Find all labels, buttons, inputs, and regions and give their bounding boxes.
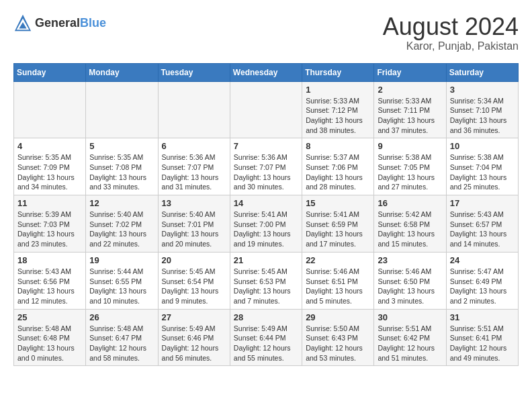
day-number: 12 bbox=[89, 198, 154, 208]
day-content: Sunrise: 5:39 AM Sunset: 7:03 PM Dayligh… bbox=[17, 210, 82, 249]
calendar-cell: 4Sunrise: 5:35 AM Sunset: 7:09 PM Daylig… bbox=[14, 138, 86, 195]
calendar-cell: 7Sunrise: 5:36 AM Sunset: 7:07 PM Daylig… bbox=[230, 138, 302, 195]
day-content: Sunrise: 5:51 AM Sunset: 6:41 PM Dayligh… bbox=[450, 324, 515, 363]
header-sunday: Sunday bbox=[14, 63, 86, 81]
logo-icon bbox=[13, 13, 32, 32]
day-content: Sunrise: 5:42 AM Sunset: 6:58 PM Dayligh… bbox=[378, 210, 442, 249]
day-number: 2 bbox=[378, 85, 442, 95]
week-row-1: 1Sunrise: 5:33 AM Sunset: 7:12 PM Daylig… bbox=[14, 81, 519, 138]
day-content: Sunrise: 5:43 AM Sunset: 6:57 PM Dayligh… bbox=[450, 210, 515, 249]
day-content: Sunrise: 5:46 AM Sunset: 6:50 PM Dayligh… bbox=[378, 267, 442, 306]
day-content: Sunrise: 5:41 AM Sunset: 7:00 PM Dayligh… bbox=[234, 210, 298, 249]
day-number: 21 bbox=[234, 255, 298, 265]
calendar-cell: 3Sunrise: 5:34 AM Sunset: 7:10 PM Daylig… bbox=[446, 81, 518, 138]
day-content: Sunrise: 5:33 AM Sunset: 7:11 PM Dayligh… bbox=[378, 96, 442, 136]
day-content: Sunrise: 5:48 AM Sunset: 6:47 PM Dayligh… bbox=[89, 324, 154, 363]
calendar-cell: 27Sunrise: 5:49 AM Sunset: 6:46 PM Dayli… bbox=[158, 309, 230, 366]
calendar-cell: 24Sunrise: 5:47 AM Sunset: 6:49 PM Dayli… bbox=[446, 252, 518, 309]
calendar-cell bbox=[230, 81, 302, 138]
day-number: 13 bbox=[162, 198, 226, 208]
calendar-cell: 15Sunrise: 5:41 AM Sunset: 6:59 PM Dayli… bbox=[302, 195, 374, 253]
day-content: Sunrise: 5:49 AM Sunset: 6:46 PM Dayligh… bbox=[162, 324, 226, 363]
day-content: Sunrise: 5:47 AM Sunset: 6:49 PM Dayligh… bbox=[450, 267, 515, 306]
calendar-cell: 19Sunrise: 5:44 AM Sunset: 6:55 PM Dayli… bbox=[86, 252, 158, 309]
day-number: 19 bbox=[89, 255, 154, 265]
day-number: 22 bbox=[306, 255, 370, 265]
header-friday: Friday bbox=[374, 63, 446, 81]
day-number: 24 bbox=[450, 255, 515, 265]
day-content: Sunrise: 5:40 AM Sunset: 7:02 PM Dayligh… bbox=[89, 210, 154, 249]
calendar-cell: 11Sunrise: 5:39 AM Sunset: 7:03 PM Dayli… bbox=[14, 195, 86, 253]
day-content: Sunrise: 5:50 AM Sunset: 6:43 PM Dayligh… bbox=[306, 324, 370, 363]
day-number: 25 bbox=[17, 312, 82, 322]
day-number: 29 bbox=[306, 312, 370, 322]
day-content: Sunrise: 5:35 AM Sunset: 7:08 PM Dayligh… bbox=[89, 152, 154, 192]
calendar-cell: 28Sunrise: 5:49 AM Sunset: 6:44 PM Dayli… bbox=[230, 309, 302, 366]
day-number: 6 bbox=[162, 141, 226, 151]
calendar-cell: 26Sunrise: 5:48 AM Sunset: 6:47 PM Dayli… bbox=[86, 309, 158, 366]
day-number: 5 bbox=[89, 141, 154, 151]
calendar-cell: 14Sunrise: 5:41 AM Sunset: 7:00 PM Dayli… bbox=[230, 195, 302, 253]
header-monday: Monday bbox=[86, 63, 158, 81]
calendar-cell bbox=[158, 81, 230, 138]
day-number: 14 bbox=[234, 198, 298, 208]
calendar-cell: 29Sunrise: 5:50 AM Sunset: 6:43 PM Dayli… bbox=[302, 309, 374, 366]
day-number: 3 bbox=[450, 85, 515, 95]
header-wednesday: Wednesday bbox=[230, 63, 302, 81]
day-number: 9 bbox=[378, 141, 442, 151]
page-header: GeneralBlue August 2024 Karor, Punjab, P… bbox=[13, 13, 519, 52]
day-content: Sunrise: 5:36 AM Sunset: 7:07 PM Dayligh… bbox=[162, 152, 226, 192]
day-content: Sunrise: 5:38 AM Sunset: 7:05 PM Dayligh… bbox=[378, 152, 442, 192]
calendar-cell: 31Sunrise: 5:51 AM Sunset: 6:41 PM Dayli… bbox=[446, 309, 518, 366]
day-content: Sunrise: 5:41 AM Sunset: 6:59 PM Dayligh… bbox=[306, 210, 370, 249]
day-content: Sunrise: 5:46 AM Sunset: 6:51 PM Dayligh… bbox=[306, 267, 370, 306]
day-number: 30 bbox=[378, 312, 442, 322]
day-content: Sunrise: 5:51 AM Sunset: 6:42 PM Dayligh… bbox=[378, 324, 442, 363]
header-thursday: Thursday bbox=[302, 63, 374, 81]
day-number: 28 bbox=[234, 312, 298, 322]
logo-general: General bbox=[35, 16, 80, 30]
week-row-4: 18Sunrise: 5:43 AM Sunset: 6:56 PM Dayli… bbox=[14, 252, 519, 309]
calendar-cell: 17Sunrise: 5:43 AM Sunset: 6:57 PM Dayli… bbox=[446, 195, 518, 253]
day-number: 17 bbox=[450, 198, 515, 208]
day-content: Sunrise: 5:33 AM Sunset: 7:12 PM Dayligh… bbox=[306, 96, 370, 136]
calendar-cell: 5Sunrise: 5:35 AM Sunset: 7:08 PM Daylig… bbox=[86, 138, 158, 195]
day-number: 16 bbox=[378, 198, 442, 208]
day-number: 10 bbox=[450, 141, 515, 151]
day-content: Sunrise: 5:44 AM Sunset: 6:55 PM Dayligh… bbox=[89, 267, 154, 306]
calendar-subtitle: Karor, Punjab, Pakistan bbox=[383, 40, 519, 52]
calendar-table: SundayMondayTuesdayWednesdayThursdayFrid… bbox=[13, 63, 519, 367]
week-row-2: 4Sunrise: 5:35 AM Sunset: 7:09 PM Daylig… bbox=[14, 138, 519, 195]
day-content: Sunrise: 5:48 AM Sunset: 6:48 PM Dayligh… bbox=[17, 324, 82, 363]
day-content: Sunrise: 5:36 AM Sunset: 7:07 PM Dayligh… bbox=[234, 152, 298, 192]
calendar-cell: 13Sunrise: 5:40 AM Sunset: 7:01 PM Dayli… bbox=[158, 195, 230, 253]
day-content: Sunrise: 5:45 AM Sunset: 6:53 PM Dayligh… bbox=[234, 267, 298, 306]
calendar-cell: 18Sunrise: 5:43 AM Sunset: 6:56 PM Dayli… bbox=[14, 252, 86, 309]
calendar-cell: 23Sunrise: 5:46 AM Sunset: 6:50 PM Dayli… bbox=[374, 252, 446, 309]
day-number: 15 bbox=[306, 198, 370, 208]
calendar-cell: 6Sunrise: 5:36 AM Sunset: 7:07 PM Daylig… bbox=[158, 138, 230, 195]
day-number: 7 bbox=[234, 141, 298, 151]
calendar-cell bbox=[86, 81, 158, 138]
calendar-cell: 8Sunrise: 5:37 AM Sunset: 7:06 PM Daylig… bbox=[302, 138, 374, 195]
calendar-cell: 2Sunrise: 5:33 AM Sunset: 7:11 PM Daylig… bbox=[374, 81, 446, 138]
day-number: 31 bbox=[450, 312, 515, 322]
calendar-cell: 21Sunrise: 5:45 AM Sunset: 6:53 PM Dayli… bbox=[230, 252, 302, 309]
week-row-5: 25Sunrise: 5:48 AM Sunset: 6:48 PM Dayli… bbox=[14, 309, 519, 366]
calendar-cell: 22Sunrise: 5:46 AM Sunset: 6:51 PM Dayli… bbox=[302, 252, 374, 309]
day-number: 27 bbox=[162, 312, 226, 322]
calendar-body: 1Sunrise: 5:33 AM Sunset: 7:12 PM Daylig… bbox=[14, 81, 519, 366]
day-content: Sunrise: 5:49 AM Sunset: 6:44 PM Dayligh… bbox=[234, 324, 298, 363]
calendar-cell: 1Sunrise: 5:33 AM Sunset: 7:12 PM Daylig… bbox=[302, 81, 374, 138]
calendar-cell: 9Sunrise: 5:38 AM Sunset: 7:05 PM Daylig… bbox=[374, 138, 446, 195]
calendar-cell: 25Sunrise: 5:48 AM Sunset: 6:48 PM Dayli… bbox=[14, 309, 86, 366]
title-block: August 2024 Karor, Punjab, Pakistan bbox=[383, 13, 519, 52]
calendar-cell: 12Sunrise: 5:40 AM Sunset: 7:02 PM Dayli… bbox=[86, 195, 158, 253]
calendar-title: August 2024 bbox=[383, 13, 519, 40]
day-number: 23 bbox=[378, 255, 442, 265]
day-number: 26 bbox=[89, 312, 154, 322]
day-content: Sunrise: 5:43 AM Sunset: 6:56 PM Dayligh… bbox=[17, 267, 82, 306]
day-number: 1 bbox=[306, 85, 370, 95]
day-content: Sunrise: 5:34 AM Sunset: 7:10 PM Dayligh… bbox=[450, 96, 515, 136]
logo-blue: Blue bbox=[80, 16, 106, 30]
